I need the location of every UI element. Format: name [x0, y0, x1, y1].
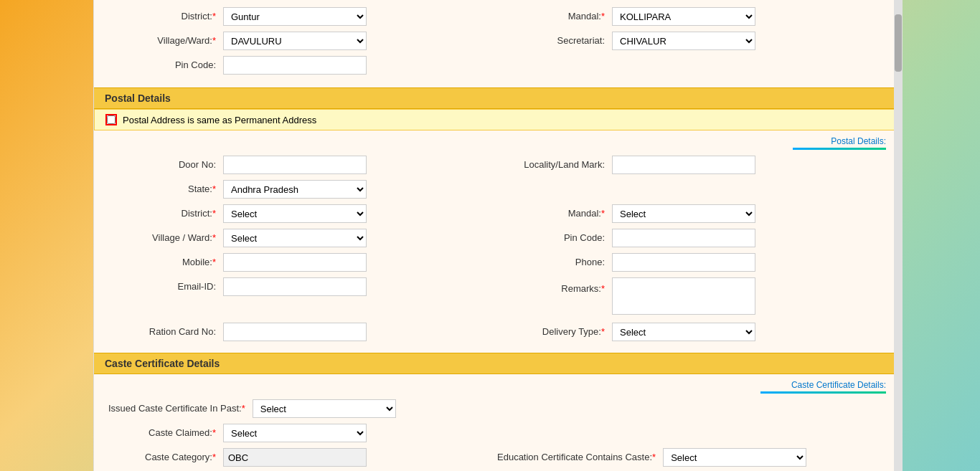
- state-label-text: State:: [188, 184, 212, 194]
- issued-control: Select Yes No: [253, 399, 497, 418]
- door-control: [223, 156, 497, 174]
- postal-village-pin-row: Village / Ward:* Select Pin Code:: [108, 229, 886, 247]
- caste-claimed-required-star: *: [212, 427, 216, 438]
- caste-category-control: [223, 448, 497, 467]
- delivery-required-star: *: [601, 326, 605, 337]
- caste-claimed-select[interactable]: Select: [223, 424, 367, 442]
- village-select[interactable]: DAVULURU: [223, 32, 367, 50]
- permanent-address-section: District:* Guntur Krishna West Godavari …: [94, 0, 900, 87]
- postal-mandal-select[interactable]: Select: [612, 204, 755, 223]
- scrollbar-thumb[interactable]: [895, 14, 902, 72]
- secretariat-control: CHIVALUR: [612, 32, 886, 50]
- caste-category-label-text: Caste Category:: [145, 452, 212, 462]
- delivery-col: Delivery Type:* Select Post Hand Deliver…: [497, 323, 886, 341]
- postal-village-control: Select: [223, 229, 497, 247]
- mandal-col: Mandal:* KOLLIPARA: [497, 7, 886, 26]
- postal-mandal-label-text: Mandal:: [568, 208, 601, 219]
- state-select[interactable]: Andhra Pradesh Telangana: [223, 180, 367, 199]
- mandal-label-text: Mandal:: [568, 11, 601, 22]
- remarks-textarea[interactable]: [612, 277, 755, 315]
- postal-district-label: District:*: [108, 204, 223, 223]
- caste-cat-required-star: *: [212, 452, 216, 462]
- phone-col: Phone:: [497, 253, 886, 272]
- door-col: Door No:: [108, 156, 497, 174]
- main-container: District:* Guntur Krishna West Godavari …: [93, 0, 901, 471]
- postal-step-label: Postal Details:: [831, 136, 886, 146]
- mobile-label: Mobile:*: [108, 253, 223, 272]
- pin-code-input[interactable]: [223, 56, 367, 75]
- postal-step-underline: [793, 148, 886, 150]
- village-label-text: Village/Ward:: [157, 35, 212, 46]
- secretariat-label-text: Secretariat:: [557, 35, 605, 46]
- ration-delivery-row: Ration Card No: Delivery Type:* Select P…: [108, 323, 886, 341]
- state-control: Andhra Pradesh Telangana: [223, 180, 497, 199]
- mandal-select[interactable]: KOLLIPARA: [612, 7, 755, 26]
- checkbox-row: Postal Address is same as Permanent Addr…: [94, 109, 900, 130]
- phone-input[interactable]: [612, 253, 755, 272]
- door-label-text: Door No:: [179, 159, 216, 170]
- postal-district-label-text: District:: [182, 208, 212, 219]
- postal-details-header: Postal Details: [94, 87, 900, 109]
- state-required-star: *: [212, 184, 216, 194]
- ration-control: [223, 323, 497, 341]
- pin-col: Pin Code:: [108, 56, 497, 75]
- ration-card-input[interactable]: [223, 323, 367, 341]
- postal-pin-control: [612, 229, 886, 247]
- edu-cert-control: Select Yes No: [663, 448, 886, 467]
- mobile-control: [223, 253, 497, 272]
- edu-cert-select[interactable]: Select Yes No: [663, 448, 806, 467]
- postal-pin-input[interactable]: [612, 229, 755, 247]
- postal-details-header-text: Postal Details: [105, 92, 171, 104]
- postal-district-select[interactable]: Select Guntur: [223, 204, 367, 223]
- same-address-checkbox[interactable]: [107, 115, 116, 124]
- district-mandal-row: District:* Guntur Krishna West Godavari …: [108, 7, 886, 26]
- secretariat-select[interactable]: CHIVALUR: [612, 32, 755, 50]
- district-control: Guntur Krishna West Godavari: [223, 7, 497, 26]
- checkbox-highlight-box: [105, 114, 117, 125]
- phone-label: Phone:: [497, 253, 612, 272]
- district-label: District:*: [108, 7, 223, 26]
- remarks-col: Remarks:*: [497, 277, 886, 317]
- locality-input[interactable]: [612, 156, 755, 174]
- email-control: [223, 277, 497, 296]
- caste-header-text: Caste Certificate Details: [105, 358, 220, 369]
- delivery-type-select[interactable]: Select Post Hand Delivery: [612, 323, 755, 341]
- caste-category-col: Caste Category:*: [108, 448, 497, 467]
- postal-pin-label-text: Pin Code:: [564, 232, 605, 243]
- email-col: Email-ID:: [108, 277, 497, 296]
- postal-mandal-col: Mandal:* Select: [497, 204, 886, 223]
- mandal-label: Mandal:*: [497, 7, 612, 26]
- state-label: State:*: [108, 180, 223, 199]
- ration-label: Ration Card No:: [108, 323, 223, 341]
- email-label-text: Email-ID:: [178, 281, 216, 292]
- edu-cert-col: Education Certificate Contains Caste:* S…: [497, 448, 886, 467]
- door-no-input[interactable]: [223, 156, 367, 174]
- village-required-star: *: [212, 35, 216, 46]
- locality-col: Locality/Land Mark:: [497, 156, 886, 174]
- pin-control: [223, 56, 497, 75]
- mobile-input[interactable]: [223, 253, 367, 272]
- caste-claimed-col: Caste Claimed:* Select: [108, 424, 497, 442]
- edu-required-star: *: [652, 452, 656, 462]
- locality-label: Locality/Land Mark:: [497, 156, 612, 174]
- postal-district-control: Select Guntur: [223, 204, 497, 223]
- caste-step-label: Caste Certificate Details:: [791, 380, 886, 390]
- delivery-label: Delivery Type:*: [497, 323, 612, 341]
- caste-details-inner: Caste Certificate Details: Issued Caste …: [94, 374, 900, 471]
- door-locality-row: Door No: Locality/Land Mark:: [108, 156, 886, 174]
- edu-cert-label-text: Education Certificate Contains Caste:: [497, 452, 652, 462]
- email-remarks-row: Email-ID: Remarks:*: [108, 277, 886, 317]
- caste-claimed-label-text: Caste Claimed:: [149, 427, 212, 438]
- caste-category-label: Caste Category:*: [108, 448, 223, 467]
- issued-label-text: Issued Caste Certificate In Past:: [108, 403, 242, 414]
- caste-category-input: [223, 448, 367, 467]
- scrollbar[interactable]: [894, 0, 903, 471]
- mandal-control: KOLLIPARA: [612, 7, 886, 26]
- issued-caste-select[interactable]: Select Yes No: [253, 399, 396, 418]
- remarks-label-text: Remarks:: [561, 283, 601, 294]
- postal-district-required-star: *: [212, 208, 216, 219]
- email-input[interactable]: [223, 277, 367, 296]
- postal-village-select[interactable]: Select: [223, 229, 367, 247]
- secretariat-col: Secretariat: CHIVALUR: [497, 32, 886, 50]
- district-select[interactable]: Guntur Krishna West Godavari: [223, 7, 367, 26]
